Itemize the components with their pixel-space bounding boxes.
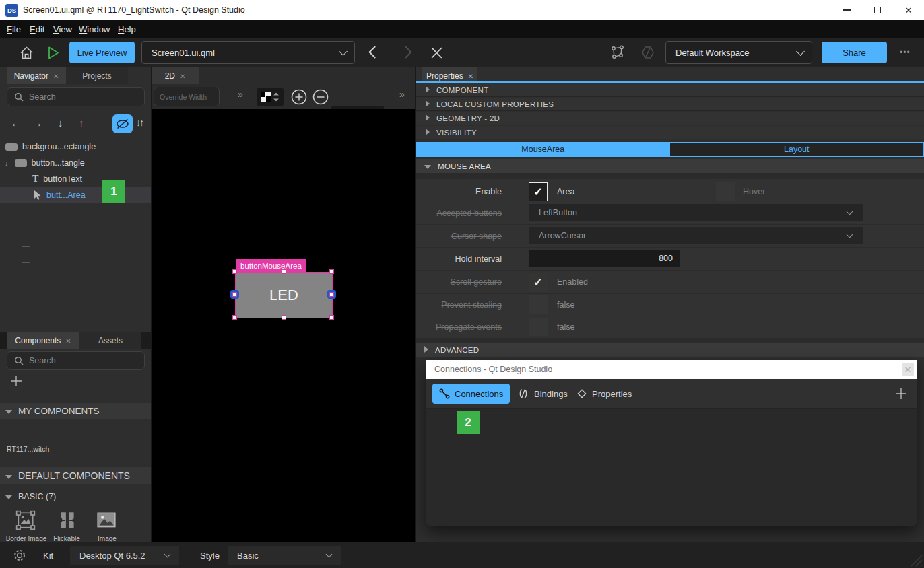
section-my-components[interactable]: MY COMPONENTS [0, 403, 152, 419]
add-module-button[interactable] [9, 374, 23, 390]
zoom-in-icon [290, 88, 308, 106]
resize-handle[interactable] [329, 315, 334, 320]
accepted-buttons-dropdown[interactable]: LeftButton [529, 204, 863, 221]
section-local-custom-properties[interactable]: LOCAL CUSTOM PROPERTIES [416, 98, 924, 111]
component-border-image[interactable] [15, 509, 36, 533]
move-down-icon[interactable]: ↓ [58, 117, 63, 129]
menu-help[interactable]: Help [118, 20, 136, 38]
forward-button[interactable] [401, 48, 410, 59]
scroll-gesture-checkbox[interactable] [529, 273, 548, 291]
toolbar-overflow-icon[interactable] [399, 89, 405, 100]
hold-interval-field[interactable] [529, 250, 680, 267]
annotation-button[interactable] [640, 44, 656, 63]
tab-bindings[interactable]: Bindings [510, 384, 574, 404]
tree-item-button-text[interactable]: T buttonText [0, 171, 152, 187]
close-tab-icon[interactable] [468, 71, 473, 81]
menu-file[interactable]: File [7, 20, 21, 38]
minimize-button[interactable] [831, 0, 862, 20]
resize-handle-anchor[interactable] [329, 292, 334, 297]
tab-2d[interactable]: 2D [152, 67, 199, 84]
tab-projects[interactable]: Projects [66, 67, 128, 84]
connections-list-area[interactable]: 2 [426, 409, 917, 526]
component-image[interactable] [96, 509, 117, 533]
kit-dropdown[interactable]: Desktop Qt 6.5.2 [70, 546, 179, 565]
subtab-layout[interactable]: Layout [670, 143, 924, 156]
open-file-dropdown[interactable]: Screen01.ui.qml [141, 41, 355, 64]
close-button[interactable] [893, 0, 924, 20]
spinner-icon[interactable] [273, 93, 279, 102]
tab-components[interactable]: Components [7, 332, 79, 349]
components-search-input[interactable] [29, 356, 123, 365]
settings-button[interactable] [12, 548, 27, 565]
propagate-events-checkbox[interactable] [529, 318, 548, 336]
move-up-icon[interactable]: ↑ [79, 117, 84, 129]
zoom-out-button[interactable] [312, 88, 329, 108]
close-tab-icon[interactable] [65, 336, 71, 345]
subtab-mousearea[interactable]: MouseArea [416, 143, 670, 156]
resize-handle[interactable] [282, 269, 286, 274]
tab-conn-properties[interactable]: Properties [570, 384, 638, 404]
home-button[interactable] [19, 45, 34, 63]
section-label: LOCAL CUSTOM PROPERTIES [436, 100, 554, 108]
section-mouse-area[interactable]: MOUSE AREA [416, 159, 924, 173]
override-width-input[interactable] [154, 87, 212, 106]
menu-window[interactable]: Window [79, 20, 110, 38]
menu-edit[interactable]: Edit [30, 20, 44, 38]
prevent-stealing-checkbox[interactable] [529, 295, 548, 314]
move-right-icon[interactable]: → [32, 117, 42, 129]
share-button[interactable]: Share [822, 42, 887, 63]
back-button[interactable] [370, 48, 379, 59]
menu-view[interactable]: View [53, 20, 72, 38]
tree-item-button-rectangle[interactable]: button...tangle [0, 155, 152, 171]
section-component[interactable]: COMPONENT [416, 83, 924, 97]
resize-grip[interactable] [905, 549, 923, 567]
section-default-components[interactable]: DEFAULT COMPONENTS [0, 467, 152, 484]
cursor-shape-dropdown[interactable]: ArrowCursor [529, 227, 863, 244]
section-geometry-2d[interactable]: GEOMETRY - 2D [416, 112, 924, 125]
add-connection-button[interactable] [894, 387, 908, 402]
run-button[interactable] [44, 44, 61, 63]
canvas-background-selector[interactable] [257, 88, 284, 106]
tab-assets[interactable]: Assets [79, 332, 141, 349]
move-left-icon[interactable]: ← [11, 117, 21, 129]
tab-connections[interactable]: Connections [432, 384, 510, 404]
zoom-in-button[interactable] [290, 88, 308, 108]
resize-handle[interactable] [232, 315, 237, 320]
maximize-button[interactable] [862, 0, 893, 20]
hold-interval-input[interactable] [529, 250, 680, 267]
hover-checkbox[interactable] [716, 182, 735, 201]
section-basic[interactable]: BASIC (7) [0, 489, 152, 504]
node-graph-button[interactable] [609, 44, 626, 63]
design-canvas[interactable]: buttonMouseArea LED [152, 109, 416, 542]
section-visibility[interactable]: VISIBILITY [416, 126, 924, 139]
components-search[interactable] [7, 351, 145, 370]
close-tab-icon[interactable] [53, 71, 59, 81]
resize-handle[interactable] [232, 269, 237, 274]
reverse-order-icon[interactable] [136, 117, 143, 128]
close-tab-icon[interactable] [180, 71, 185, 81]
resize-handle-anchor[interactable] [232, 292, 237, 297]
tree-item-button-mouse-area[interactable]: butt...Area [0, 187, 152, 203]
navigator-search-input[interactable] [29, 92, 123, 102]
connections-close-button[interactable] [902, 363, 914, 376]
style-dropdown[interactable]: Basic [228, 546, 341, 565]
component-item-rt1170-switch[interactable]: RT117...witch [7, 445, 49, 453]
navigator-search[interactable] [7, 87, 145, 106]
area-checkbox[interactable] [529, 182, 548, 201]
workspace-dropdown[interactable]: Default Workspace [665, 41, 812, 64]
tab-navigator[interactable]: Navigator [7, 67, 66, 84]
live-preview-button[interactable]: Live Preview [69, 42, 135, 63]
connections-window-titlebar[interactable]: Connections - Qt Design Studio [426, 360, 917, 379]
component-flickable[interactable] [57, 509, 78, 533]
more-options-button[interactable] [900, 48, 911, 57]
close-document-button[interactable] [430, 46, 444, 62]
tree-item-background-rectangle[interactable]: backgrou...ectangle [0, 139, 152, 155]
section-advanced[interactable]: ADVANCED [416, 343, 924, 357]
collapse-expander-icon[interactable] [5, 158, 9, 168]
selected-mouse-area[interactable]: LED [235, 272, 333, 318]
resize-handle[interactable] [329, 269, 334, 274]
resize-handle[interactable] [282, 315, 286, 320]
toolbar-overflow-icon[interactable] [238, 89, 243, 100]
override-width-field[interactable] [154, 87, 220, 106]
visibility-toggle-button[interactable] [112, 114, 133, 133]
